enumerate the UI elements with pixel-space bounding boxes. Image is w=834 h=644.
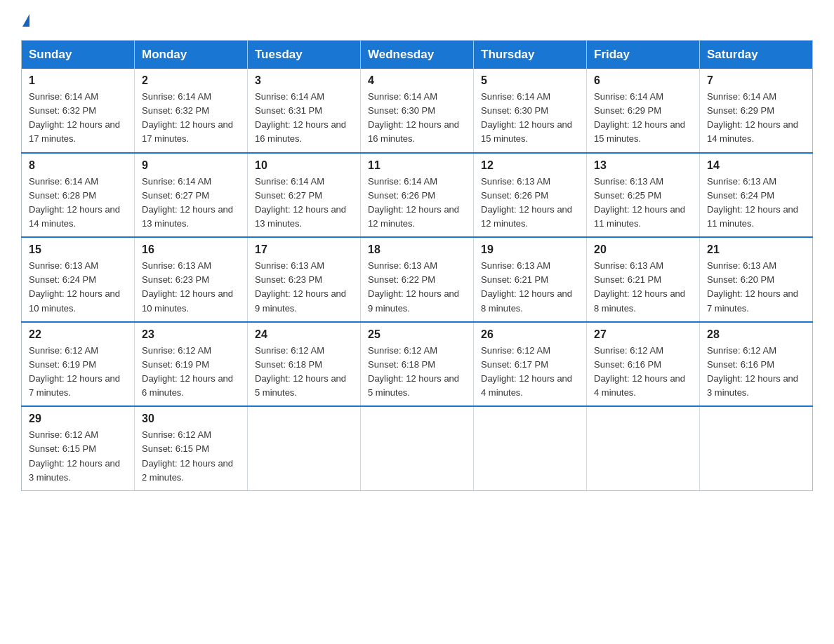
day-number: 17 — [255, 243, 353, 256]
calendar-week-row: 1Sunrise: 6:14 AMSunset: 6:32 PMDaylight… — [22, 69, 813, 153]
weekday-header-sunday: Sunday — [22, 41, 135, 69]
calendar-cell: 2Sunrise: 6:14 AMSunset: 6:32 PMDaylight… — [135, 69, 248, 153]
day-number: 12 — [481, 159, 579, 172]
calendar-cell: 22Sunrise: 6:12 AMSunset: 6:19 PMDayligh… — [22, 322, 135, 407]
day-info: Sunrise: 6:14 AMSunset: 6:27 PMDaylight:… — [255, 175, 353, 232]
day-number: 15 — [29, 243, 127, 256]
calendar-cell: 12Sunrise: 6:13 AMSunset: 6:26 PMDayligh… — [474, 153, 587, 238]
weekday-header-saturday: Saturday — [700, 41, 813, 69]
day-info: Sunrise: 6:12 AMSunset: 6:19 PMDaylight:… — [29, 344, 127, 401]
day-info: Sunrise: 6:12 AMSunset: 6:15 PMDaylight:… — [142, 428, 240, 485]
logo — [21, 14, 29, 27]
day-number: 11 — [368, 159, 466, 172]
calendar-cell: 6Sunrise: 6:14 AMSunset: 6:29 PMDaylight… — [587, 69, 700, 153]
day-number: 21 — [707, 243, 805, 256]
day-number: 25 — [368, 328, 466, 341]
calendar-cell: 1Sunrise: 6:14 AMSunset: 6:32 PMDaylight… — [22, 69, 135, 153]
calendar-week-row: 22Sunrise: 6:12 AMSunset: 6:19 PMDayligh… — [22, 322, 813, 407]
day-number: 9 — [142, 159, 240, 172]
calendar-cell — [700, 406, 813, 490]
weekday-header-row: SundayMondayTuesdayWednesdayThursdayFrid… — [22, 41, 813, 69]
calendar-week-row: 15Sunrise: 6:13 AMSunset: 6:24 PMDayligh… — [22, 237, 813, 322]
day-number: 27 — [594, 328, 692, 341]
day-number: 10 — [255, 159, 353, 172]
day-info: Sunrise: 6:14 AMSunset: 6:30 PMDaylight:… — [368, 90, 466, 147]
calendar-cell: 20Sunrise: 6:13 AMSunset: 6:21 PMDayligh… — [587, 237, 700, 322]
day-number: 6 — [594, 74, 692, 87]
day-info: Sunrise: 6:13 AMSunset: 6:22 PMDaylight:… — [368, 259, 466, 316]
calendar-cell: 28Sunrise: 6:12 AMSunset: 6:16 PMDayligh… — [700, 322, 813, 407]
calendar-cell: 3Sunrise: 6:14 AMSunset: 6:31 PMDaylight… — [248, 69, 361, 153]
day-number: 23 — [142, 328, 240, 341]
calendar-cell: 26Sunrise: 6:12 AMSunset: 6:17 PMDayligh… — [474, 322, 587, 407]
day-number: 1 — [29, 74, 127, 87]
calendar-cell: 18Sunrise: 6:13 AMSunset: 6:22 PMDayligh… — [361, 237, 474, 322]
day-info: Sunrise: 6:14 AMSunset: 6:32 PMDaylight:… — [29, 90, 127, 147]
day-info: Sunrise: 6:13 AMSunset: 6:23 PMDaylight:… — [255, 259, 353, 316]
day-info: Sunrise: 6:14 AMSunset: 6:29 PMDaylight:… — [707, 90, 805, 147]
weekday-header-thursday: Thursday — [474, 41, 587, 69]
day-number: 20 — [594, 243, 692, 256]
day-number: 30 — [142, 412, 240, 425]
day-number: 7 — [707, 74, 805, 87]
day-number: 16 — [142, 243, 240, 256]
weekday-header-monday: Monday — [135, 41, 248, 69]
day-info: Sunrise: 6:14 AMSunset: 6:26 PMDaylight:… — [368, 175, 466, 232]
day-info: Sunrise: 6:13 AMSunset: 6:24 PMDaylight:… — [707, 175, 805, 232]
day-number: 4 — [368, 74, 466, 87]
day-info: Sunrise: 6:14 AMSunset: 6:27 PMDaylight:… — [142, 175, 240, 232]
calendar-cell: 9Sunrise: 6:14 AMSunset: 6:27 PMDaylight… — [135, 153, 248, 238]
day-info: Sunrise: 6:12 AMSunset: 6:19 PMDaylight:… — [142, 344, 240, 401]
day-info: Sunrise: 6:12 AMSunset: 6:18 PMDaylight:… — [368, 344, 466, 401]
day-number: 22 — [29, 328, 127, 341]
calendar-cell: 11Sunrise: 6:14 AMSunset: 6:26 PMDayligh… — [361, 153, 474, 238]
day-info: Sunrise: 6:13 AMSunset: 6:23 PMDaylight:… — [142, 259, 240, 316]
day-info: Sunrise: 6:13 AMSunset: 6:21 PMDaylight:… — [481, 259, 579, 316]
day-number: 29 — [29, 412, 127, 425]
day-number: 19 — [481, 243, 579, 256]
day-info: Sunrise: 6:12 AMSunset: 6:17 PMDaylight:… — [481, 344, 579, 401]
day-info: Sunrise: 6:12 AMSunset: 6:18 PMDaylight:… — [255, 344, 353, 401]
day-info: Sunrise: 6:14 AMSunset: 6:28 PMDaylight:… — [29, 175, 127, 232]
day-info: Sunrise: 6:14 AMSunset: 6:30 PMDaylight:… — [481, 90, 579, 147]
day-number: 26 — [481, 328, 579, 341]
day-info: Sunrise: 6:13 AMSunset: 6:26 PMDaylight:… — [481, 175, 579, 232]
calendar-cell: 24Sunrise: 6:12 AMSunset: 6:18 PMDayligh… — [248, 322, 361, 407]
calendar-cell — [587, 406, 700, 490]
day-number: 24 — [255, 328, 353, 341]
day-info: Sunrise: 6:13 AMSunset: 6:24 PMDaylight:… — [29, 259, 127, 316]
day-number: 18 — [368, 243, 466, 256]
calendar-cell: 15Sunrise: 6:13 AMSunset: 6:24 PMDayligh… — [22, 237, 135, 322]
calendar-cell: 5Sunrise: 6:14 AMSunset: 6:30 PMDaylight… — [474, 69, 587, 153]
day-number: 8 — [29, 159, 127, 172]
calendar-cell: 8Sunrise: 6:14 AMSunset: 6:28 PMDaylight… — [22, 153, 135, 238]
calendar-cell: 27Sunrise: 6:12 AMSunset: 6:16 PMDayligh… — [587, 322, 700, 407]
calendar-cell: 30Sunrise: 6:12 AMSunset: 6:15 PMDayligh… — [135, 406, 248, 490]
day-info: Sunrise: 6:14 AMSunset: 6:29 PMDaylight:… — [594, 90, 692, 147]
weekday-header-friday: Friday — [587, 41, 700, 69]
weekday-header-tuesday: Tuesday — [248, 41, 361, 69]
calendar-cell: 17Sunrise: 6:13 AMSunset: 6:23 PMDayligh… — [248, 237, 361, 322]
day-info: Sunrise: 6:12 AMSunset: 6:16 PMDaylight:… — [594, 344, 692, 401]
day-number: 13 — [594, 159, 692, 172]
calendar-cell — [248, 406, 361, 490]
day-info: Sunrise: 6:13 AMSunset: 6:21 PMDaylight:… — [594, 259, 692, 316]
day-number: 2 — [142, 74, 240, 87]
calendar-cell: 16Sunrise: 6:13 AMSunset: 6:23 PMDayligh… — [135, 237, 248, 322]
day-info: Sunrise: 6:14 AMSunset: 6:32 PMDaylight:… — [142, 90, 240, 147]
calendar-cell: 10Sunrise: 6:14 AMSunset: 6:27 PMDayligh… — [248, 153, 361, 238]
day-number: 3 — [255, 74, 353, 87]
calendar-cell: 25Sunrise: 6:12 AMSunset: 6:18 PMDayligh… — [361, 322, 474, 407]
day-number: 5 — [481, 74, 579, 87]
day-info: Sunrise: 6:12 AMSunset: 6:15 PMDaylight:… — [29, 428, 127, 485]
calendar-cell: 13Sunrise: 6:13 AMSunset: 6:25 PMDayligh… — [587, 153, 700, 238]
page-header — [21, 14, 813, 27]
calendar-cell: 23Sunrise: 6:12 AMSunset: 6:19 PMDayligh… — [135, 322, 248, 407]
weekday-header-wednesday: Wednesday — [361, 41, 474, 69]
day-info: Sunrise: 6:12 AMSunset: 6:16 PMDaylight:… — [707, 344, 805, 401]
calendar-cell: 19Sunrise: 6:13 AMSunset: 6:21 PMDayligh… — [474, 237, 587, 322]
calendar-week-row: 29Sunrise: 6:12 AMSunset: 6:15 PMDayligh… — [22, 406, 813, 490]
day-number: 14 — [707, 159, 805, 172]
day-info: Sunrise: 6:13 AMSunset: 6:20 PMDaylight:… — [707, 259, 805, 316]
calendar-cell: 4Sunrise: 6:14 AMSunset: 6:30 PMDaylight… — [361, 69, 474, 153]
